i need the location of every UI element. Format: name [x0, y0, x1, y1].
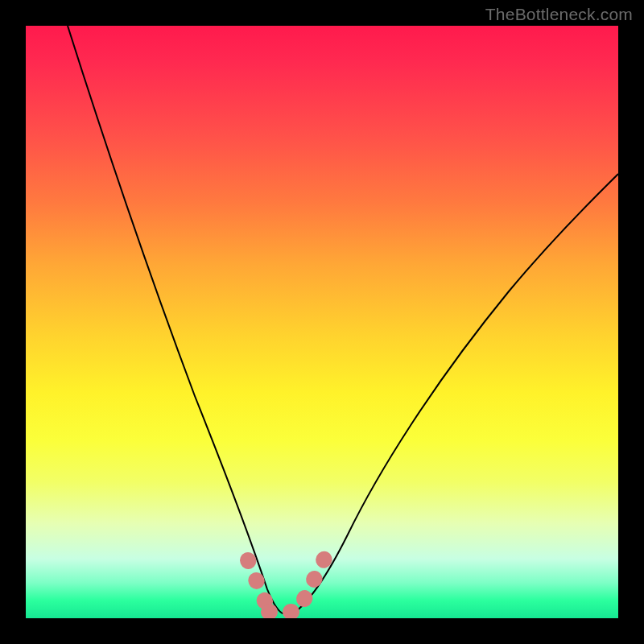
plot-area [26, 26, 618, 618]
curve-layer [26, 26, 618, 618]
chart-frame: TheBottleneck.com [0, 0, 644, 644]
watermark-text: TheBottleneck.com [485, 5, 633, 24]
marker-right-ascent [304, 557, 325, 599]
right-curve [293, 174, 618, 613]
marker-left-descent [248, 560, 267, 607]
left-curve [68, 26, 283, 613]
